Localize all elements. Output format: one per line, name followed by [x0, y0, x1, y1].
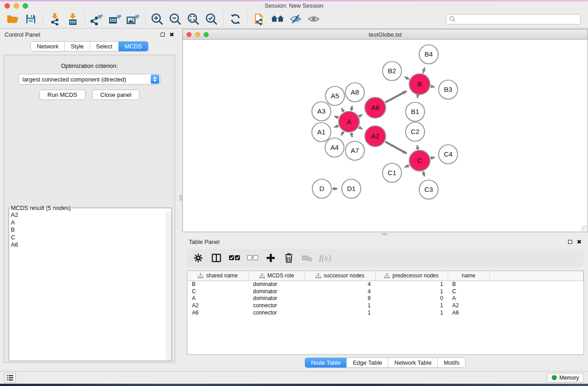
table-cell[interactable]: dominator [249, 281, 305, 288]
table-cell[interactable]: B [187, 281, 249, 288]
graph-edge-A6-B[interactable] [385, 91, 406, 102]
mcds-result-item[interactable]: A2 [9, 211, 172, 219]
graph-edge-A-A6[interactable] [359, 115, 362, 117]
graph-node-C1[interactable]: C1 [382, 163, 402, 182]
graph-node-A7[interactable]: A7 [345, 141, 364, 160]
graph-edge-A-A2[interactable] [359, 127, 362, 129]
close-table-panel-icon[interactable]: ✖ [577, 239, 582, 245]
task-history-button[interactable] [4, 373, 16, 383]
table-cell[interactable]: 1 [305, 302, 375, 309]
graph-edge-B-B1[interactable] [417, 95, 418, 98]
import-network-icon[interactable] [46, 11, 64, 27]
delete-icon[interactable] [283, 252, 295, 264]
graph-edge-A-A5[interactable] [342, 108, 344, 112]
table-cell[interactable]: 1 [375, 309, 448, 316]
graph-node-B4[interactable]: B4 [419, 45, 438, 64]
clear-checkboxes-icon[interactable] [247, 252, 258, 264]
graph-node-A5[interactable]: A5 [325, 86, 344, 105]
graph-node-A4[interactable]: A4 [325, 138, 344, 157]
export-table-icon[interactable] [106, 11, 124, 27]
zoom-selected-icon[interactable] [202, 11, 220, 27]
graph-edge-C-C2[interactable] [417, 146, 418, 150]
select-all-checkboxes-icon[interactable] [229, 252, 240, 264]
graph-node-B2[interactable]: B2 [382, 62, 402, 81]
criterion-dropdown[interactable]: largest connected component (directed) [19, 74, 161, 85]
table-cell[interactable]: A [187, 295, 249, 302]
open-file-icon[interactable] [4, 11, 22, 27]
graph-edge-A-A4[interactable] [341, 132, 344, 135]
table-cell[interactable]: A6 [448, 309, 489, 316]
graph-edge-A-A3[interactable] [335, 116, 339, 118]
vertical-splitter-handle[interactable] [180, 195, 182, 200]
close-panel-button[interactable]: Close panel [92, 90, 140, 100]
mcds-result-item[interactable]: A [9, 219, 172, 227]
float-table-panel-icon[interactable] [568, 240, 572, 244]
graph-node-A[interactable]: A [339, 111, 359, 132]
table-cell[interactable]: B [448, 281, 489, 288]
run-mcds-button[interactable]: Run MCDS [39, 90, 86, 100]
network-canvas[interactable]: B4B2BB3A5A8A6A3B1AA1C2A2A4A7C4CC1DD1C3 [183, 40, 588, 232]
tab-select[interactable]: Select [90, 42, 118, 51]
tab-mcds[interactable]: MCDS [118, 42, 148, 51]
column-header-shared-name[interactable]: shared name [187, 271, 249, 281]
graph-edge-A2-C[interactable] [385, 142, 406, 153]
export-image-icon[interactable] [124, 11, 142, 27]
table-cell[interactable]: A2 [448, 302, 489, 309]
graph-edge-C-C3[interactable] [423, 172, 424, 176]
graph-edge-A-A7[interactable] [351, 133, 352, 137]
refresh-icon[interactable] [226, 11, 244, 27]
search-field[interactable] [446, 14, 581, 24]
tab-network-table[interactable]: Network Table [388, 358, 437, 367]
table-cell[interactable]: 1 [305, 309, 375, 316]
table-row[interactable]: Bdominator41B [187, 281, 583, 288]
graph-edge-B-B2[interactable] [405, 77, 409, 79]
table-cell[interactable]: 1 [375, 288, 448, 295]
table-cell[interactable]: 1 [375, 281, 448, 288]
show-hide-graphics-icon[interactable] [287, 11, 305, 27]
horizontal-splitter-handle[interactable] [382, 233, 387, 235]
graph-node-B3[interactable]: B3 [439, 80, 458, 99]
graph-edge-A-A1[interactable] [335, 126, 339, 127]
zoom-in-icon[interactable] [148, 11, 166, 27]
close-panel-icon[interactable]: ✖ [169, 32, 174, 38]
graph-edge-A-A8[interactable] [351, 106, 352, 110]
mcds-result-item[interactable]: C [9, 234, 172, 242]
mcds-result-item[interactable]: A6 [9, 241, 172, 249]
table-cell[interactable]: 0 [375, 295, 448, 302]
save-session-icon[interactable] [22, 11, 40, 27]
eye-icon[interactable] [305, 11, 323, 27]
new-network-from-selection-icon[interactable] [250, 11, 268, 27]
graph-edge-C-C1[interactable] [405, 165, 409, 167]
mcds-result-item[interactable]: B [9, 226, 172, 234]
scrollbar-track[interactable] [166, 211, 172, 361]
graph-node-A2[interactable]: A2 [365, 126, 386, 147]
table-cell[interactable]: A2 [187, 302, 249, 309]
home-reset-icon[interactable] [268, 11, 287, 27]
export-network-icon[interactable] [88, 11, 106, 27]
table-cell[interactable]: 4 [305, 281, 375, 288]
table-cell[interactable]: C [448, 288, 489, 295]
gear-icon[interactable] [192, 252, 204, 264]
search-input[interactable] [457, 16, 578, 22]
table-cell[interactable]: A6 [187, 309, 249, 316]
table-row[interactable]: Cdominator41C [187, 288, 583, 295]
table-cell[interactable]: 4 [305, 288, 375, 295]
add-icon[interactable] [265, 252, 277, 264]
table-cell[interactable]: connector [249, 309, 305, 316]
float-panel-icon[interactable] [161, 33, 165, 37]
table-cell[interactable]: A [448, 295, 489, 302]
tab-motifs[interactable]: Motifs [437, 358, 465, 367]
tab-network[interactable]: Network [31, 42, 64, 51]
graph-node-B[interactable]: B [409, 74, 430, 95]
column-header-predecessor-nodes[interactable]: predecessor nodes [375, 271, 448, 281]
graph-node-D[interactable]: D [312, 179, 331, 198]
table-cell[interactable]: dominator [249, 295, 305, 302]
memory-button[interactable]: Memory [547, 373, 584, 382]
graph-node-C3[interactable]: C3 [419, 180, 438, 199]
graph-node-D1[interactable]: D1 [342, 179, 361, 198]
column-header-successor-nodes[interactable]: successor nodes [305, 271, 375, 281]
table-cell[interactable]: C [187, 288, 249, 295]
tab-node-table[interactable]: Node Table [305, 358, 347, 367]
table-row[interactable]: A2connector11A2 [187, 302, 583, 309]
import-table-icon[interactable] [64, 11, 82, 27]
